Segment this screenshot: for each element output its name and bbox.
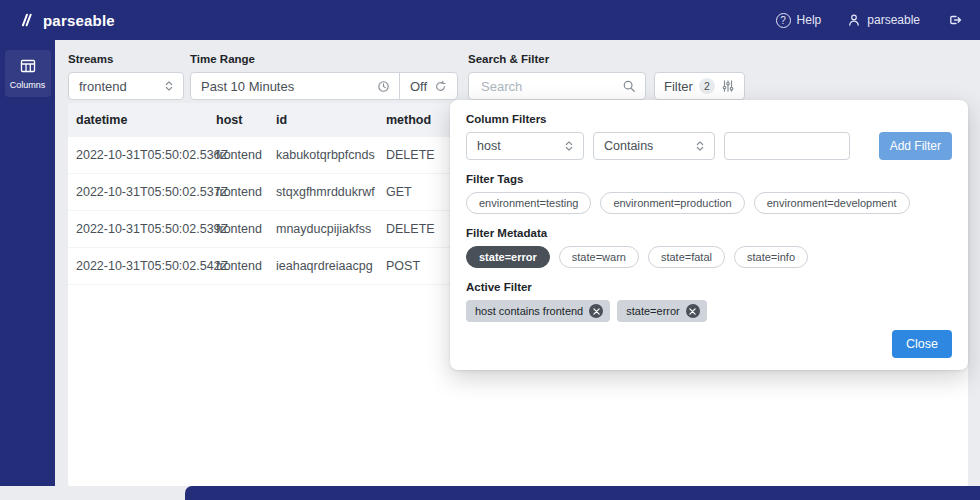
help-button[interactable]: ? Help	[776, 13, 822, 28]
streams-group: Streams frontend	[68, 53, 184, 100]
filter-field-value: host	[477, 139, 501, 153]
user-menu[interactable]: parseable	[847, 13, 920, 27]
filter-button[interactable]: Filter 2	[654, 72, 745, 100]
time-range-value: Past 10 Minutes	[201, 79, 294, 94]
help-icon: ?	[776, 13, 791, 28]
cell-datetime: 2022-10-31T05:50:02.539Z	[68, 211, 208, 247]
cell-id: kabukotqrbpfcnds	[268, 137, 378, 173]
filter-tag-pill[interactable]: environment=development	[754, 192, 910, 214]
streams-label: Streams	[68, 53, 184, 65]
search-box	[468, 72, 646, 100]
search-icon	[622, 79, 636, 93]
brand-text: parseable	[43, 12, 115, 29]
filter-metadata-pill[interactable]: state=info	[734, 246, 808, 268]
filter-operator-select[interactable]: Contains	[593, 132, 715, 160]
filter-metadata-label: Filter Metadata	[466, 227, 952, 239]
active-filter-text: host contains frontend	[475, 305, 583, 317]
filter-button-label: Filter	[664, 79, 693, 94]
refresh-interval-button[interactable]: Off	[399, 73, 457, 99]
chevron-up-down-icon	[563, 140, 575, 152]
add-filter-button[interactable]: Add Filter	[879, 132, 952, 160]
time-range-select[interactable]: Past 10 Minutes	[191, 73, 399, 99]
filter-panel: Column Filters host Contains Add Filter …	[450, 100, 968, 370]
close-button[interactable]: Close	[892, 330, 952, 358]
cell-host: frontend	[208, 137, 268, 173]
footer-bar	[185, 486, 980, 500]
adjustments-icon	[721, 79, 735, 93]
search-input[interactable]	[479, 78, 622, 95]
active-filter-text: state=error	[626, 305, 680, 317]
active-filter-label: Active Filter	[466, 281, 952, 293]
sidebar-item-columns[interactable]: Columns	[5, 50, 51, 97]
time-range-label: Time Range	[190, 53, 458, 65]
column-filters-label: Column Filters	[466, 113, 952, 125]
remove-filter-icon[interactable]	[589, 304, 603, 318]
search-filter-label: Search & Filter	[468, 53, 745, 65]
active-filter-chip: host contains frontend	[466, 300, 610, 322]
filter-tag-pill[interactable]: environment=testing	[466, 192, 591, 214]
refresh-icon	[434, 80, 447, 93]
filter-operator-value: Contains	[604, 139, 653, 153]
filter-metadata-pill[interactable]: state=fatal	[648, 246, 725, 268]
column-header[interactable]: datetime	[68, 103, 208, 137]
column-header[interactable]: host	[208, 103, 268, 137]
user-icon	[847, 13, 861, 27]
cell-datetime: 2022-10-31T05:50:02.542Z	[68, 248, 208, 284]
cell-datetime: 2022-10-31T05:50:02.536Z	[68, 137, 208, 173]
logout-button[interactable]	[946, 12, 962, 28]
cell-host: frontend	[208, 174, 268, 210]
filter-tags-label: Filter Tags	[466, 173, 952, 185]
column-header[interactable]: id	[268, 103, 378, 137]
chevron-up-down-icon	[694, 140, 706, 152]
cell-id: stqxgfhmrddukrwf	[268, 174, 378, 210]
clock-icon	[377, 80, 390, 93]
remove-filter-icon[interactable]	[686, 304, 700, 318]
chevron-up-down-icon	[163, 80, 175, 92]
filter-value-input[interactable]	[724, 132, 850, 160]
filter-tag-pill[interactable]: environment=production	[600, 192, 744, 214]
cell-datetime: 2022-10-31T05:50:02.537Z	[68, 174, 208, 210]
logout-icon	[946, 12, 962, 28]
time-range-control: Past 10 Minutes Off	[190, 72, 458, 100]
filter-count-badge: 2	[699, 78, 715, 94]
user-label: parseable	[867, 13, 920, 27]
streams-select[interactable]: frontend	[68, 72, 184, 100]
streams-select-value: frontend	[79, 79, 127, 94]
cell-id: mnayducpijiakfss	[268, 211, 378, 247]
filter-field-select[interactable]: host	[466, 132, 584, 160]
sidebar-item-label: Columns	[10, 80, 46, 90]
filter-metadata-pill[interactable]: state=warn	[559, 246, 639, 268]
cell-id: ieahaqrdreiaacpg	[268, 248, 378, 284]
cell-host: frontend	[208, 211, 268, 247]
top-navbar: parseable ? Help parseable	[0, 0, 980, 40]
columns-icon	[19, 57, 37, 75]
filter-metadata-pill[interactable]: state=error	[466, 246, 550, 268]
active-filter-chip: state=error	[617, 300, 707, 322]
controls-bar: Streams frontend Time Range Past 10 Minu…	[68, 53, 745, 100]
search-filter-group: Search & Filter Filter 2	[468, 53, 745, 100]
sidebar: Columns	[0, 40, 55, 486]
cell-host: frontend	[208, 248, 268, 284]
time-range-group: Time Range Past 10 Minutes Off	[190, 53, 458, 100]
refresh-interval-value: Off	[410, 79, 427, 94]
brand[interactable]: parseable	[18, 11, 115, 29]
help-label: Help	[797, 13, 822, 27]
parseable-logo-icon	[18, 11, 36, 29]
